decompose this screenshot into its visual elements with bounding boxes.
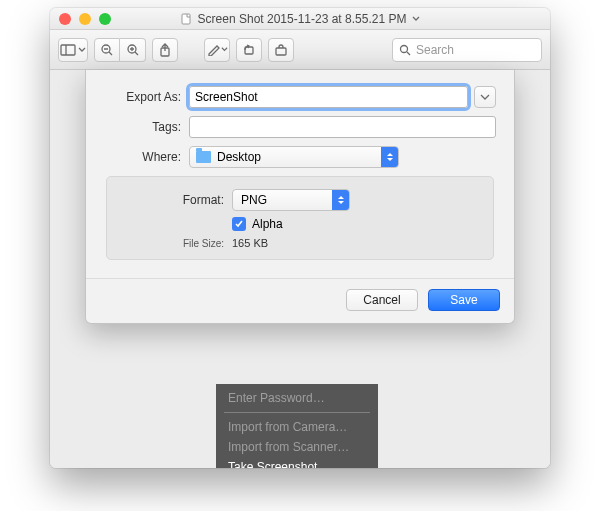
- close-window-button[interactable]: [59, 13, 71, 25]
- zoom-in-button[interactable]: [120, 38, 146, 62]
- window-title: Screen Shot 2015-11-23 at 8.55.21 PM: [198, 12, 407, 26]
- export-as-field[interactable]: [189, 86, 468, 108]
- save-button[interactable]: Save: [428, 289, 500, 311]
- svg-rect-1: [61, 45, 75, 55]
- menu-item-import-scanner: Import from Scanner…: [216, 437, 378, 457]
- zoom-window-button[interactable]: [99, 13, 111, 25]
- format-select[interactable]: PNG: [232, 189, 350, 211]
- app-window: Screen Shot 2015-11-23 at 8.55.21 PM Sea…: [50, 8, 550, 468]
- checkmark-icon: [232, 217, 246, 231]
- markup-button[interactable]: [204, 38, 230, 62]
- alpha-checkbox[interactable]: Alpha: [232, 217, 283, 231]
- expand-save-dialog-button[interactable]: [474, 86, 496, 108]
- sheet-footer: Cancel Save: [86, 278, 514, 323]
- svg-line-14: [407, 52, 410, 55]
- content-area: Enter Password… Import from Camera… Impo…: [50, 70, 550, 468]
- tags-label: Tags:: [104, 120, 189, 134]
- alpha-label: Alpha: [252, 217, 283, 231]
- titlebar: Screen Shot 2015-11-23 at 8.55.21 PM: [50, 8, 550, 30]
- menu-item-import-camera: Import from Camera…: [216, 417, 378, 437]
- share-button[interactable]: [152, 38, 178, 62]
- traffic-lights: [59, 13, 111, 25]
- menu-separator: [224, 412, 370, 413]
- folder-icon: [196, 151, 211, 163]
- document-icon: [180, 13, 192, 25]
- format-label: Format:: [117, 193, 232, 207]
- search-field[interactable]: Search: [392, 38, 542, 62]
- file-size-label: File Size:: [117, 238, 232, 249]
- svg-line-4: [109, 52, 112, 55]
- chevron-down-icon[interactable]: [412, 15, 420, 23]
- svg-rect-0: [182, 14, 190, 24]
- zoom-segment: [94, 38, 146, 62]
- svg-rect-12: [276, 48, 286, 55]
- format-value: PNG: [241, 193, 267, 207]
- where-value: Desktop: [217, 150, 261, 164]
- where-select[interactable]: Desktop: [189, 146, 399, 168]
- zoom-out-button[interactable]: [94, 38, 120, 62]
- export-sheet: Export As: Tags: Where: Desktop: [85, 70, 515, 324]
- svg-point-13: [401, 45, 408, 52]
- toolbox-button[interactable]: [268, 38, 294, 62]
- chevron-down-icon: [480, 93, 490, 101]
- export-as-label: Export As:: [104, 90, 189, 104]
- updown-stepper-icon: [332, 190, 349, 210]
- menu-item-enter-password: Enter Password…: [216, 388, 378, 408]
- format-panel: Format: PNG Alpha: [106, 176, 494, 260]
- where-label: Where:: [104, 150, 189, 164]
- context-menu: Enter Password… Import from Camera… Impo…: [216, 384, 378, 468]
- updown-stepper-icon: [381, 147, 398, 167]
- search-placeholder: Search: [416, 43, 454, 57]
- tags-field[interactable]: [189, 116, 496, 138]
- svg-line-7: [135, 52, 138, 55]
- menu-item-take-screenshot[interactable]: Take Screenshot: [216, 457, 378, 468]
- toolbar: Search: [50, 30, 550, 70]
- sidebar-toggle-button[interactable]: [58, 38, 88, 62]
- search-icon: [399, 44, 411, 56]
- file-size-value: 165 KB: [232, 237, 268, 249]
- rotate-button[interactable]: [236, 38, 262, 62]
- minimize-window-button[interactable]: [79, 13, 91, 25]
- cancel-button[interactable]: Cancel: [346, 289, 418, 311]
